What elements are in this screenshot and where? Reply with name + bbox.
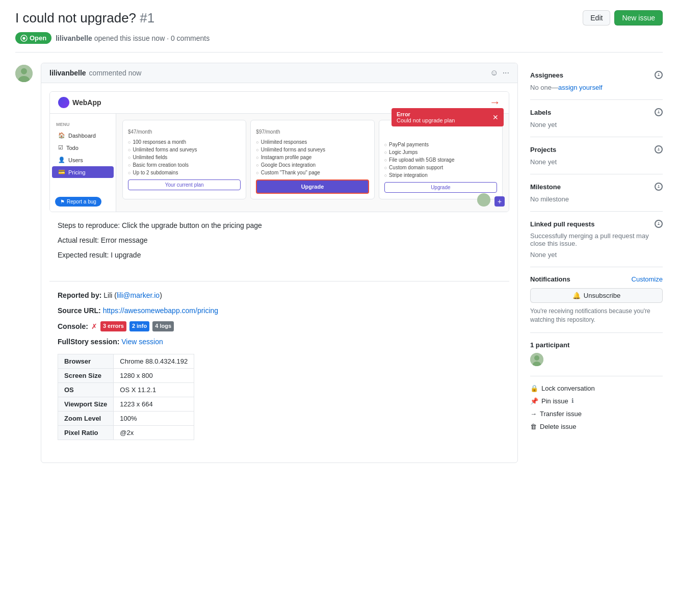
assign-yourself-link[interactable]: assign yourself [558,84,603,91]
plan1-cta[interactable]: Your current plan [128,179,241,190]
notifications-title: Notifications [530,275,570,283]
webapp-menu-dashboard[interactable]: 🏠 Dashboard [52,130,114,141]
unsubscribe-button[interactable]: 🔔 Unsubscribe [530,288,663,303]
participant-avatar-svg [530,353,543,366]
status-badge: Open [15,32,51,44]
table-cell-label: Screen Size [58,368,114,382]
issue-time: now [152,34,165,42]
plan3-feature-1: PayPal payments [384,142,497,147]
content-area: lilivanbelle commented now ☺ ··· [15,63,518,471]
pricing-columns: $47/month 100 responses a month Unlimite… [122,120,503,199]
fullstory-link[interactable]: View session [121,338,163,346]
issue-title-text: I could not upgrade? [15,10,136,25]
webapp-menu-pricing[interactable]: 💳 Pricing [52,166,114,178]
assignees-title: Assignees [530,71,563,79]
lock-conversation-link[interactable]: 🔒 Lock conversation [530,384,663,392]
projects-value: None yet [530,158,557,166]
sidebar-linked-prs: Linked pull requests Successfully mergin… [530,212,663,267]
pin-issue-link[interactable]: 📌 Pin issue ℹ [530,397,663,405]
webapp-brand-name: WebApp [72,98,101,107]
error-close-icon[interactable]: ✕ [492,113,499,121]
status-text: Open [30,34,46,42]
report-bug-button[interactable]: ⚑ Report a bug [55,197,101,207]
comment-author-line: lilivanbelle commented now [49,69,141,77]
sidebar-assignees: Assignees No one—assign yourself [530,63,663,100]
table-row: OSOS X 11.2.1 [58,382,194,397]
plan2-feature-2: Unlimited forms and surveys [256,147,369,152]
labels-gear-icon[interactable] [655,108,663,116]
delete-issue-link[interactable]: 🗑 Delete issue [530,423,663,430]
console-errors-badge: 3 errors [100,321,126,331]
webapp-pricing-content: $47/month 100 responses a month Unlimite… [116,114,509,212]
report-bug-label: Report a bug [67,199,96,204]
milestone-value: No milestone [530,195,569,203]
svg-point-3 [21,68,27,74]
comment-header-actions: ☺ ··· [490,68,509,78]
pricing-col-3: PayPal payments Logic Jumps File upload … [379,120,503,199]
flag-icon: ⚑ [60,199,65,204]
error-message: Could not upgrade plan [397,117,455,123]
plan1-feature-5: Up to 2 subdomains [128,170,241,175]
source-url-link[interactable]: https://awesomewebapp.com/pricing [103,306,218,315]
assignees-gear-icon[interactable] [655,71,663,79]
webapp-menu-users[interactable]: 👤 Users [52,154,114,166]
participant-avatar [530,353,543,366]
plan3-feature-5: Stripe integration [384,172,497,178]
plan1-price: $47/month [128,125,241,136]
linked-pr-gear-icon[interactable] [655,220,663,228]
comment-author: lilivanbelle [49,69,86,77]
lock-icon: 🔒 [530,384,538,392]
plan3-cta[interactable]: Upgrade [384,182,497,193]
issue-title: I could not upgrade? #1 [15,10,154,26]
table-cell-label: Browser [58,354,114,368]
screenshot-container: Error Could not upgrade plan ✕ [49,91,509,212]
notifications-note: You're receiving notifications because y… [530,307,663,324]
table-row: Screen Size1280 x 800 [58,368,194,382]
table-cell-label: OS [58,382,114,397]
labels-header: Labels [530,108,663,116]
error-content: Error Could not upgrade plan [397,111,455,123]
linked-prs-header: Linked pull requests [530,220,663,228]
info-icon: ℹ [571,397,574,404]
notifications-header: Notifications Customize [530,275,663,283]
edit-button[interactable]: Edit [583,10,610,25]
linked-pr-value: None yet [530,251,557,259]
plan2-price: $97/month [256,125,369,136]
issue-body-wrapper: lilivanbelle commented now ☺ ··· [15,63,518,471]
sidebar-milestone: Milestone No milestone [530,174,663,212]
linked-pr-title: Linked pull requests [530,220,594,228]
main-layout: lilivanbelle commented now ☺ ··· [15,63,663,471]
reported-by-email-link[interactable]: lili@marker.io [117,291,160,299]
transfer-icon: → [530,410,537,418]
meta-info: Reported by: Lili (lili@marker.io) Sourc… [49,290,509,454]
projects-gear-icon[interactable] [655,145,663,153]
webapp-menu-todo[interactable]: ☑ Todo [52,142,114,153]
comment-body: Error Could not upgrade plan ✕ [41,83,517,463]
pin-label: Pin issue [541,397,568,405]
plan2-cta[interactable]: Upgrade [256,179,369,194]
plan3-feature-3: File upload with 5GB storage [384,157,497,163]
new-issue-button[interactable]: New issue [614,10,663,25]
reported-by-row: Reported by: Lili (lili@marker.io) [58,290,501,301]
projects-title: Projects [530,146,556,153]
more-options-icon[interactable]: ··· [503,68,509,78]
webapp-plus-btn[interactable]: + [494,196,505,207]
linked-pr-description: Successfully merging a pull request may … [530,232,663,247]
plan3-feature-2: Logic Jumps [384,149,497,155]
error-title: Error [397,111,455,117]
table-cell-value: 1223 x 664 [114,397,194,411]
plan1-feature-1: 100 responses a month [128,139,241,145]
reported-by-name: Lili ( [103,291,117,299]
table-cell-value: OS X 11.2.1 [114,382,194,397]
transfer-issue-link[interactable]: → Transfer issue [530,410,663,418]
comment-header: lilivanbelle commented now ☺ ··· [41,63,517,83]
emoji-icon[interactable]: ☺ [490,68,498,78]
webapp-layout: MENU 🏠 Dashboard ☑ Todo 👤 Users 💳 Pricin… [50,114,509,212]
console-label: Console: [58,321,88,332]
customize-link[interactable]: Customize [632,275,663,283]
milestone-gear-icon[interactable] [655,183,663,191]
milestone-title: Milestone [530,183,561,191]
comment-text: Steps to reproduce: Click the upgrade bu… [49,220,509,273]
issue-number: #1 [140,10,154,25]
table-row: Viewport Size1223 x 664 [58,397,194,411]
